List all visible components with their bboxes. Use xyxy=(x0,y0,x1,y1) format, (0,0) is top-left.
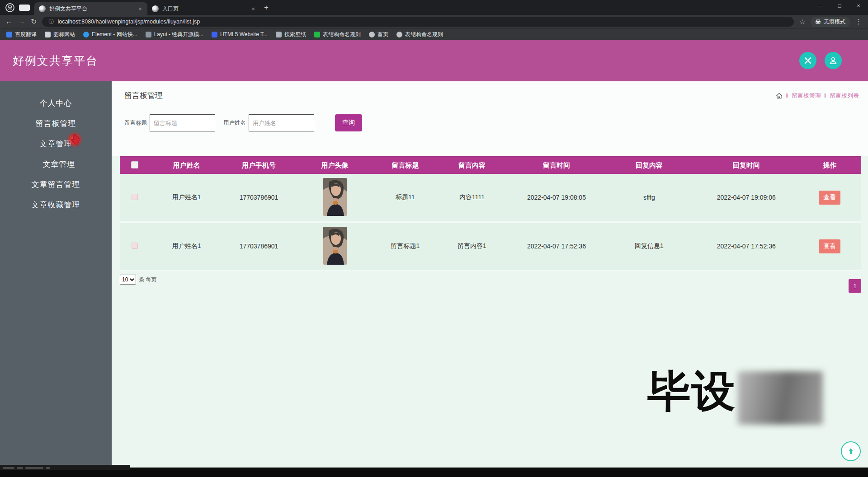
cell-reply-time: 2022-04-07 17:52:36 xyxy=(694,222,798,271)
col-message-title: 留言标题 xyxy=(376,157,435,174)
user-profile-button[interactable] xyxy=(825,52,842,69)
spy-icon xyxy=(815,19,821,24)
bookmark-item[interactable]: 首页 xyxy=(369,31,388,38)
message-title-input[interactable] xyxy=(150,114,215,131)
cell-reply-content: sfffg xyxy=(604,174,694,222)
query-button[interactable]: 查询 xyxy=(335,114,362,131)
col-message-time: 留言时间 xyxy=(509,157,604,174)
watermark: 毕设 xyxy=(647,369,823,425)
url-host: localhost xyxy=(57,19,80,25)
col-user-phone: 用户手机号 xyxy=(224,157,294,174)
table-row: 用户姓名1 17703786901 留言标题1 留言内容1 2022-04-07… xyxy=(120,222,861,271)
url-path: :8080/haoliwenpingtai/jsp/modules/liuyan… xyxy=(80,19,200,25)
home-icon[interactable] xyxy=(776,93,783,99)
page-size-select[interactable]: 10 xyxy=(120,275,136,285)
exit-fullscreen-button[interactable] xyxy=(799,52,816,69)
bookmark-favicon-icon xyxy=(83,32,89,37)
watermark-text: 毕设 xyxy=(647,369,736,413)
bookmark-item[interactable]: 表结构命名规则 xyxy=(314,31,361,38)
forward-icon[interactable]: → xyxy=(18,18,25,25)
tab-close-icon[interactable]: × xyxy=(137,5,143,12)
bookmark-item[interactable]: HTML5 Website T... xyxy=(212,31,268,37)
bookmark-star-icon[interactable]: ☆ xyxy=(799,18,805,25)
tab-title: 入口页 xyxy=(162,5,247,13)
bookmark-item[interactable]: Element - 网站快... xyxy=(83,31,137,38)
page-info-icon[interactable]: ⓘ xyxy=(48,18,54,26)
row-checkbox[interactable] xyxy=(132,243,138,249)
cell-message-time: 2022-04-07 19:08:05 xyxy=(509,174,604,222)
search-field-label: 用户姓名 xyxy=(223,119,246,127)
search-field-label: 留言标题 xyxy=(124,119,147,127)
incognito-label: 无痕模式 xyxy=(824,18,845,26)
breadcrumb-item[interactable]: 留言板管理 xyxy=(792,92,821,100)
cell-message-time: 2022-04-07 17:52:36 xyxy=(509,222,604,271)
bookmark-favicon-icon xyxy=(212,32,217,37)
arrow-up-icon xyxy=(846,447,855,456)
window-minimize-button[interactable]: ─ xyxy=(811,0,830,12)
cell-message-title: 留言标题1 xyxy=(376,222,435,271)
view-button[interactable]: 查看 xyxy=(819,239,840,253)
browser-tab-active[interactable]: 好例文共享平台 × xyxy=(34,2,147,15)
col-reply-content: 回复内容 xyxy=(604,157,694,174)
select-all-checkbox[interactable] xyxy=(131,161,138,168)
bookmark-favicon-icon xyxy=(276,32,282,37)
sidebar-item-article-favorite[interactable]: 文章收藏管理 xyxy=(0,195,112,215)
window-close-button[interactable]: × xyxy=(849,0,868,12)
taskbar-strip xyxy=(0,470,868,477)
bookmark-favicon-icon xyxy=(6,32,12,37)
browser-tab-bar: 好例文共享平台 × 入口页 × + ─ □ × xyxy=(0,0,868,15)
page-title: 留言板管理 xyxy=(124,90,163,101)
col-actions: 操作 xyxy=(798,157,861,174)
per-page-label: 条 每页 xyxy=(139,276,156,284)
bookmark-favicon-icon xyxy=(396,32,402,37)
address-bar[interactable]: ⓘ localhost:8080/haoliwenpingtai/jsp/mod… xyxy=(42,17,794,27)
back-to-top-button[interactable] xyxy=(841,441,861,461)
reload-icon[interactable]: ↻ xyxy=(31,18,37,25)
new-tab-button[interactable]: + xyxy=(260,3,275,15)
row-checkbox[interactable] xyxy=(132,194,138,200)
sidebar-item-article-mgmt-2[interactable]: 文章管理 xyxy=(0,154,112,174)
window-restore-button[interactable]: □ xyxy=(830,0,849,12)
sidebar-item-personal-center[interactable]: 个人中心 xyxy=(0,93,112,113)
col-user-name: 用户姓名 xyxy=(150,157,224,174)
sidebar-item-message-board[interactable]: 留言板管理 xyxy=(0,113,112,134)
back-icon[interactable]: ← xyxy=(5,18,13,25)
pagination-page-1[interactable]: 1 xyxy=(849,279,861,293)
sidebar-item-article-mgmt[interactable]: 文章管理 xyxy=(0,134,112,154)
bookmark-favicon-icon xyxy=(45,32,51,37)
breadcrumb-item[interactable]: 留言板列表 xyxy=(830,92,859,100)
bookmark-item[interactable]: Layui - 经典开源模... xyxy=(146,31,203,38)
user-icon xyxy=(829,56,838,65)
tab-search-button[interactable] xyxy=(19,5,30,11)
page-size-control: 10 条 每页 xyxy=(120,275,868,285)
bookmark-item[interactable]: 搜索壁纸 xyxy=(276,31,306,38)
main-content: 留言板管理 ‖ 留言板管理 ‖ 留言板列表 留言标题 用户姓名 xyxy=(112,81,868,468)
page-header-band: 留言板管理 ‖ 留言板管理 ‖ 留言板列表 留言标题 用户姓名 xyxy=(112,81,868,156)
breadcrumb: ‖ 留言板管理 ‖ 留言板列表 xyxy=(776,92,860,100)
col-reply-time: 回复时间 xyxy=(694,157,798,174)
url-text: localhost:8080/haoliwenpingtai/jsp/modul… xyxy=(57,19,200,25)
user-name-input[interactable] xyxy=(249,114,314,131)
sidebar-item-article-message[interactable]: 文章留言管理 xyxy=(0,174,112,195)
incognito-logo-icon xyxy=(5,3,14,12)
cell-user-name: 用户姓名1 xyxy=(150,222,224,271)
bookmark-item[interactable]: 百度翻译 xyxy=(6,31,37,38)
user-avatar xyxy=(323,178,347,216)
tab-close-icon[interactable]: × xyxy=(250,5,256,12)
bookmark-item[interactable]: 表结构命名规则 xyxy=(396,31,443,38)
app-header: 好例文共享平台 xyxy=(0,40,868,81)
view-button[interactable]: 查看 xyxy=(819,191,840,205)
incognito-badge: 无痕模式 xyxy=(811,17,850,27)
cell-user-name: 用户姓名1 xyxy=(150,174,224,222)
bookmark-item[interactable]: 图标网站 xyxy=(45,31,75,38)
browser-tab-inactive[interactable]: 入口页 × xyxy=(147,2,260,15)
cell-message-title: 标题11 xyxy=(376,174,435,222)
tab-favicon-icon xyxy=(152,5,159,12)
cell-reply-time: 2022-04-07 19:09:06 xyxy=(694,174,798,222)
breadcrumb-separator: ‖ xyxy=(786,92,788,99)
browser-menu-icon[interactable]: ⋮ xyxy=(855,18,863,26)
tab-favicon-icon xyxy=(39,5,46,12)
sidebar: 个人中心 留言板管理 文章管理 文章管理 文章留言管理 文章收藏管理 xyxy=(0,81,112,468)
col-message-content: 留言内容 xyxy=(435,157,509,174)
app-title: 好例文共享平台 xyxy=(13,53,98,68)
